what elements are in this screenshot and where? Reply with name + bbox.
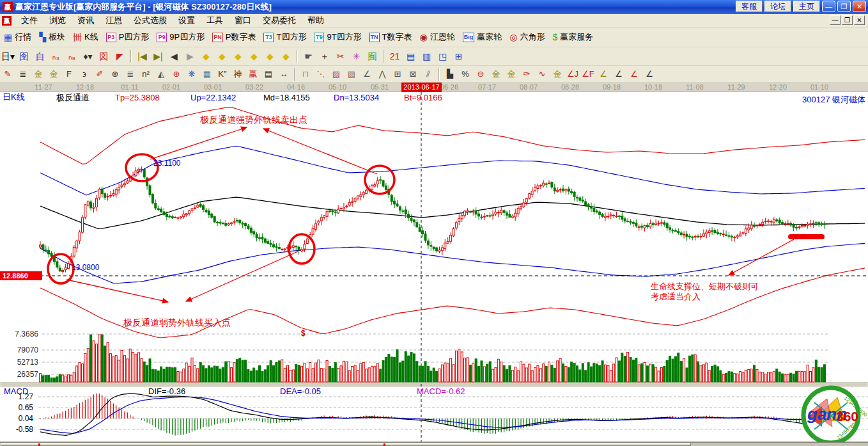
quotes-button[interactable]: ▦行情: [0, 29, 35, 45]
restore-button[interactable]: ❐: [837, 1, 851, 12]
menu-资讯[interactable]: 资讯: [72, 13, 100, 28]
minor-wave-3-icon[interactable]: ₙ₃: [48, 49, 64, 64]
shen-angle-icon[interactable]: ∠神: [611, 67, 626, 81]
expand-right-icon[interactable]: ◆: [214, 49, 230, 64]
kline-button[interactable]: 卌K线: [69, 29, 102, 45]
gann-flower-icon[interactable]: ✳: [348, 49, 364, 64]
f-angle-icon[interactable]: ∠F: [580, 67, 596, 81]
kline-chart[interactable]: 极反通道强势外轨线卖出点 极反通道弱势外轨线买入点 生命线支撑位、短期不破则可 …: [0, 92, 868, 442]
menu-公式选股[interactable]: 公式选股: [128, 13, 173, 28]
winner-wheel-button[interactable]: Big赢家轮: [459, 29, 506, 45]
corner-tool-icon[interactable]: ▙: [442, 67, 458, 81]
horizontal-scrollbar[interactable]: [0, 442, 868, 446]
menu-设置[interactable]: 设置: [173, 13, 201, 28]
gold-grid-icon[interactable]: 金: [31, 67, 46, 81]
menu-帮助[interactable]: 帮助: [302, 13, 330, 28]
p-square-button[interactable]: P3P四方形: [102, 29, 153, 45]
grid-a-icon[interactable]: ⊞: [390, 67, 405, 81]
forum-button[interactable]: 论坛: [764, 1, 791, 12]
homepage-button[interactable]: 主页: [793, 1, 820, 12]
period-day-dropdown[interactable]: 日▾: [0, 49, 16, 64]
pattern-green-icon[interactable]: 囿: [364, 49, 380, 64]
calendar-icon[interactable]: 21: [387, 49, 403, 64]
ink-pen-icon[interactable]: ✑: [519, 67, 534, 81]
monitor-globe-icon[interactable]: ⊞: [451, 49, 467, 64]
close-button[interactable]: ✕: [853, 1, 866, 12]
k-notes-icon[interactable]: K″: [215, 67, 230, 81]
customer-service-button[interactable]: 客服: [736, 1, 763, 12]
expand-left-icon[interactable]: ◆: [198, 49, 214, 64]
j-angle-icon[interactable]: ∠J: [565, 67, 580, 81]
ruler-grid-icon[interactable]: ▤: [261, 67, 276, 81]
angle-tool-icon[interactable]: ◭: [153, 67, 169, 81]
gold-line-icon[interactable]: 金: [504, 67, 519, 81]
flag-chart-icon[interactable]: ◤: [112, 49, 128, 64]
p-table-button[interactable]: PNP数字表: [208, 29, 260, 45]
wave2-icon[interactable]: ∿: [534, 67, 550, 81]
percent-icon[interactable]: %: [458, 67, 473, 81]
dense-grid-icon[interactable]: ≣: [123, 67, 138, 81]
parallel-lines-icon[interactable]: ⫽: [421, 67, 436, 81]
pattern-blue-icon[interactable]: 囹: [16, 49, 32, 64]
title-bar[interactable]: 赢 赢家江恩专业版[赢家内部服务平台] - [银河磁体 SZ300127-280…: [0, 0, 868, 14]
child-minimize-button[interactable]: —: [830, 15, 841, 25]
menu-窗口[interactable]: 窗口: [229, 13, 257, 28]
angle-lines-icon[interactable]: ∠: [359, 67, 375, 81]
target-icon[interactable]: ⊕: [169, 67, 184, 81]
next-page-icon[interactable]: ▶: [182, 49, 198, 64]
menu-浏览[interactable]: 浏览: [43, 13, 72, 28]
last-page-icon[interactable]: ▶|: [150, 49, 166, 64]
info-panel-icon[interactable]: 自: [32, 49, 48, 64]
date-axis[interactable]: 11-2712-1801-1102-0103-0103-2204-1605-10…: [0, 83, 868, 92]
square-grid-icon[interactable]: ▦: [199, 67, 215, 81]
width-measure-icon[interactable]: ↔: [276, 67, 291, 81]
fan-red-icon[interactable]: ⋱: [313, 67, 329, 81]
expand-vert-icon[interactable]: ◆: [262, 49, 278, 64]
minor-wave-9-icon[interactable]: ₙ₉: [64, 49, 80, 64]
candle-style-dropdown[interactable]: ♦▾: [80, 49, 96, 64]
t-square-button[interactable]: T3T四方形: [260, 29, 310, 45]
calculator-icon[interactable]: ▤: [403, 49, 419, 64]
pen2-tool-icon[interactable]: ✐: [92, 67, 107, 81]
chart-area[interactable]: 极反通道强势外轨线卖出点 极反通道弱势外轨线买入点 生命线支撑位、短期不破则可 …: [0, 92, 868, 442]
menu-工具[interactable]: 工具: [201, 13, 229, 28]
compass-icon[interactable]: ⊕: [107, 67, 123, 81]
winner-service-button[interactable]: $赢家服务: [548, 29, 597, 45]
gold-angle-icon[interactable]: ∠金: [596, 67, 611, 81]
spider-web-icon[interactable]: ❋: [184, 67, 199, 81]
grid-lines-icon[interactable]: ≣: [15, 67, 31, 81]
hand-tool-icon[interactable]: ☛: [300, 49, 316, 64]
candlesticks[interactable]: [40, 166, 826, 273]
minimize-button[interactable]: —: [822, 1, 835, 12]
menu-文件[interactable]: 文件: [15, 13, 43, 28]
fan-purple-icon[interactable]: ▨: [329, 67, 344, 81]
four-angle-icon[interactable]: ∠四: [642, 67, 657, 81]
n-square-icon[interactable]: n²: [138, 67, 153, 81]
cut-tool-icon[interactable]: ✂: [332, 49, 348, 64]
t-table-button[interactable]: TNT数字表: [366, 29, 416, 45]
sectors-button[interactable]: ▚板块: [35, 29, 69, 45]
prev-page-icon[interactable]: ◀: [166, 49, 182, 64]
spiral-icon[interactable]: ϶: [77, 67, 92, 81]
win-grid-icon[interactable]: 赢: [245, 67, 261, 81]
box-tool-icon[interactable]: ⊓: [298, 67, 313, 81]
shen-grid-icon[interactable]: 神: [230, 67, 245, 81]
9t-square-button[interactable]: T99T四方形: [310, 29, 365, 45]
pen-tool-icon[interactable]: ✎: [0, 67, 15, 81]
scrollbar-thumb[interactable]: [1, 443, 691, 446]
notebook-icon[interactable]: ▥: [419, 49, 435, 64]
expand-both-icon[interactable]: ◆: [230, 49, 246, 64]
gold-grid2-icon[interactable]: 金: [46, 67, 61, 81]
crosshair-tool-icon[interactable]: ＋: [316, 49, 332, 64]
grid-b-icon[interactable]: ⊠: [405, 67, 421, 81]
shrink-vert-icon[interactable]: ◆: [278, 49, 294, 64]
menu-交易委托[interactable]: 交易委托: [257, 13, 302, 28]
9p-square-button[interactable]: P99P四方形: [153, 29, 208, 45]
pattern-red-icon[interactable]: 図: [96, 49, 112, 64]
win-angle-icon[interactable]: ∠赢: [626, 67, 642, 81]
first-page-icon[interactable]: |◀: [134, 49, 150, 64]
fan-brown-icon[interactable]: ▧: [344, 67, 359, 81]
gold-circle-icon[interactable]: 金: [488, 67, 504, 81]
wave-tool-icon[interactable]: ⋀: [375, 67, 390, 81]
percent-line-icon[interactable]: ⊖: [473, 67, 488, 81]
